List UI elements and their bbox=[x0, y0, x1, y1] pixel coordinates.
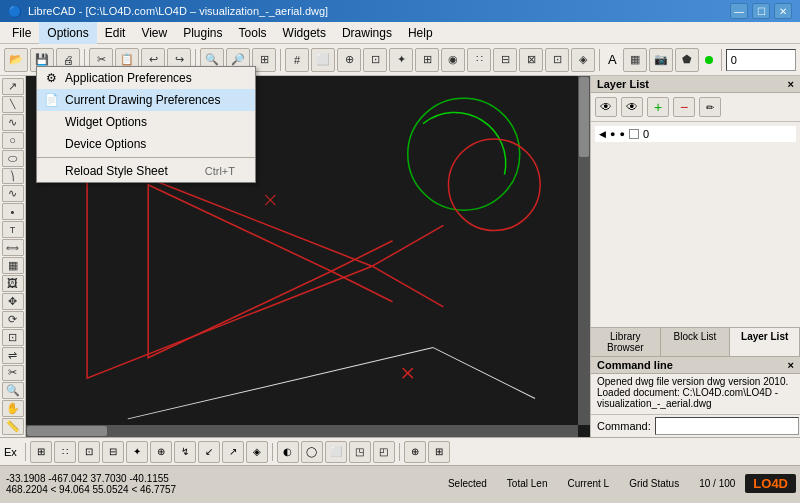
maximize-button[interactable]: ☐ bbox=[752, 3, 770, 19]
lt-point[interactable]: • bbox=[2, 203, 24, 220]
menu-item-drawing-prefs[interactable]: 📄 Current Drawing Preferences bbox=[37, 89, 255, 111]
menu-view[interactable]: View bbox=[133, 22, 175, 44]
bt-snap-grid[interactable]: ⊞ bbox=[30, 441, 52, 463]
lt-measure[interactable]: 📏 bbox=[2, 418, 24, 435]
tb-snap[interactable]: ⊕ bbox=[337, 48, 361, 72]
bt-snap-near[interactable]: ↙ bbox=[198, 441, 220, 463]
bt-snap-tang[interactable]: ↯ bbox=[174, 441, 196, 463]
cmd-line-1: Opened dwg file version dwg version 2010… bbox=[597, 376, 794, 387]
menu-item-reload-style[interactable]: Reload Style Sheet Ctrl+T bbox=[37, 160, 255, 182]
bt-snap-mid[interactable]: ⊟ bbox=[102, 441, 124, 463]
tb-snap5[interactable]: ◉ bbox=[441, 48, 465, 72]
tab-library-browser[interactable]: Library Browser bbox=[591, 328, 661, 356]
v-scroll-thumb[interactable] bbox=[579, 77, 589, 157]
menu-tools[interactable]: Tools bbox=[231, 22, 275, 44]
lt-pan[interactable]: ✋ bbox=[2, 400, 24, 417]
menu-widgets[interactable]: Widgets bbox=[275, 22, 334, 44]
bt-iso[interactable]: ⬜ bbox=[325, 441, 347, 463]
tab-block-list[interactable]: Block List bbox=[661, 328, 731, 356]
bt-snap-perp[interactable]: ⊕ bbox=[150, 441, 172, 463]
lt-arc[interactable]: ∿ bbox=[2, 114, 24, 131]
tb-new[interactable]: 📂 bbox=[4, 48, 28, 72]
layer-select[interactable] bbox=[726, 49, 796, 71]
h-scrollbar[interactable] bbox=[26, 425, 578, 437]
tb-snap6[interactable]: ∷ bbox=[467, 48, 491, 72]
menu-options[interactable]: Options bbox=[39, 22, 96, 44]
bt-snap-dist[interactable]: ↗ bbox=[222, 441, 244, 463]
close-button[interactable]: ✕ bbox=[774, 3, 792, 19]
lt-scale[interactable]: ⊡ bbox=[2, 329, 24, 346]
bt-snap-end[interactable]: ⊡ bbox=[78, 441, 100, 463]
bt-grid-snap[interactable]: ◯ bbox=[301, 441, 323, 463]
lt-text[interactable]: T bbox=[2, 221, 24, 238]
bt-rel[interactable]: ◳ bbox=[349, 441, 371, 463]
bt-snap-pt[interactable]: ∷ bbox=[54, 441, 76, 463]
status-grid: Grid Status bbox=[629, 478, 679, 489]
layer-list-content: ◀ ● ● 0 bbox=[591, 122, 800, 327]
bt-snap-int[interactable]: ✦ bbox=[126, 441, 148, 463]
menu-file[interactable]: File bbox=[4, 22, 39, 44]
panel-collapse-icon[interactable]: × bbox=[788, 78, 794, 90]
lt-dim[interactable]: ⟺ bbox=[2, 239, 24, 256]
lt-mirror[interactable]: ⇌ bbox=[2, 347, 24, 364]
layer-name[interactable]: 0 bbox=[643, 128, 649, 140]
tb-snap2[interactable]: ⊡ bbox=[363, 48, 387, 72]
lt-circle[interactable]: ○ bbox=[2, 132, 24, 149]
cmd-collapse-icon[interactable]: × bbox=[788, 359, 794, 371]
menu-item-widget-options[interactable]: Widget Options bbox=[37, 111, 255, 133]
status-page: 10 / 100 bbox=[699, 478, 735, 489]
layer-freeze-btn[interactable]: 👁 bbox=[621, 97, 643, 117]
tb-sep3 bbox=[280, 49, 281, 71]
lt-polyline[interactable]: ⎞ bbox=[2, 168, 24, 185]
menu-edit[interactable]: Edit bbox=[97, 22, 134, 44]
menu-drawings[interactable]: Drawings bbox=[334, 22, 400, 44]
layer-remove-btn[interactable]: − bbox=[673, 97, 695, 117]
layer-add-btn[interactable]: + bbox=[647, 97, 669, 117]
layer-show-btn[interactable]: 👁 bbox=[595, 97, 617, 117]
layer-row[interactable]: ◀ ● ● 0 bbox=[595, 126, 796, 142]
tb-hatch[interactable]: ▦ bbox=[623, 48, 647, 72]
lt-ellipse[interactable]: ⬭ bbox=[2, 150, 24, 167]
tb-status-dot bbox=[705, 56, 713, 64]
lt-spline[interactable]: ∿ bbox=[2, 185, 24, 202]
minimize-button[interactable]: — bbox=[730, 3, 748, 19]
menu-bar: File Options Edit View Plugins Tools Wid… bbox=[0, 22, 800, 44]
lt-move[interactable]: ✥ bbox=[2, 293, 24, 310]
bt-polar[interactable]: ◰ bbox=[373, 441, 395, 463]
lt-rotate[interactable]: ⟳ bbox=[2, 311, 24, 328]
menu-item-app-prefs[interactable]: ⚙ Application Preferences bbox=[37, 67, 255, 89]
layer-edit-btn[interactable]: ✏ bbox=[699, 97, 721, 117]
lt-select[interactable]: ↗ bbox=[2, 78, 24, 95]
tb-block[interactable]: ⬟ bbox=[675, 48, 699, 72]
v-scrollbar[interactable] bbox=[578, 76, 590, 425]
lt-image[interactable]: 🖼 bbox=[2, 275, 24, 292]
tb-snap10[interactable]: ◈ bbox=[571, 48, 595, 72]
lt-line[interactable]: ╲ bbox=[2, 96, 24, 113]
tb-grid[interactable]: # bbox=[285, 48, 309, 72]
command-area: Command line × Opened dwg file version d… bbox=[591, 356, 800, 437]
lt-trim[interactable]: ✂ bbox=[2, 365, 24, 382]
tb-camera[interactable]: 📷 bbox=[649, 48, 673, 72]
tb-snap7[interactable]: ⊟ bbox=[493, 48, 517, 72]
status-current-l: Current L bbox=[567, 478, 609, 489]
layer-color-swatch bbox=[629, 129, 639, 139]
menu-help[interactable]: Help bbox=[400, 22, 441, 44]
tb-snap9[interactable]: ⊡ bbox=[545, 48, 569, 72]
tb-draft[interactable]: ⬜ bbox=[311, 48, 335, 72]
command-input[interactable] bbox=[655, 417, 799, 435]
tb-snap4[interactable]: ⊞ bbox=[415, 48, 439, 72]
bt-add[interactable]: ⊕ bbox=[404, 441, 426, 463]
tab-layer-list[interactable]: Layer List bbox=[730, 328, 800, 356]
lt-zoom[interactable]: 🔍 bbox=[2, 382, 24, 399]
lt-hatch[interactable]: ▦ bbox=[2, 257, 24, 274]
tb-snap3[interactable]: ✦ bbox=[389, 48, 413, 72]
bt-remove[interactable]: ⊞ bbox=[428, 441, 450, 463]
tb-snap8[interactable]: ⊠ bbox=[519, 48, 543, 72]
bt-snap-ref[interactable]: ◈ bbox=[246, 441, 268, 463]
menu-item-device-options[interactable]: Device Options bbox=[37, 133, 255, 155]
layer-arrow: ◀ bbox=[599, 129, 606, 139]
menu-plugins[interactable]: Plugins bbox=[175, 22, 230, 44]
bt-ortho[interactable]: ◐ bbox=[277, 441, 299, 463]
coords-line2: 468.2204 < 94.064 55.0524 < 46.7757 bbox=[6, 484, 432, 495]
h-scroll-thumb[interactable] bbox=[27, 426, 107, 436]
